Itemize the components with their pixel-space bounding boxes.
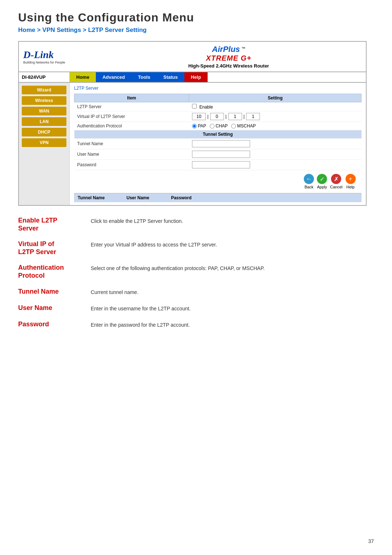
table-row: Tunnel Name (74, 139, 362, 149)
desc-row-auth: AuthenticationProtocol Select one of the… (18, 264, 374, 279)
radio-chap[interactable]: CHAP (210, 123, 228, 128)
tm-symbol: ™ (241, 46, 245, 50)
nav-advanced[interactable]: Advanced (96, 72, 131, 82)
table-row: L2TP Server Enable (74, 102, 362, 111)
settings-table: Item Setting L2TP Server Enable (74, 94, 362, 193)
l2tp-server-value: Enable (189, 102, 362, 111)
cancel-label: Cancel (330, 185, 342, 189)
xtreme-logo: XTREME G+ (96, 54, 362, 62)
desc-text-tunnel: Current tunnel name. (91, 288, 374, 296)
desc-text-enable: Click to enable the L2TP Server function… (91, 217, 374, 225)
desc-label-virtual-ip: Virtual IP ofL2TP Server (18, 240, 91, 256)
back-icon: ← (304, 174, 314, 184)
tunnel-header: Tunnel Setting (74, 130, 362, 139)
device-name-label: DI-824VUP (19, 72, 70, 82)
apply-icon: ✓ (317, 174, 327, 184)
radio-pap[interactable]: PAP (192, 123, 206, 128)
help-label: Help (346, 185, 355, 189)
back-label: Back (305, 185, 313, 189)
footer-password: Password (171, 195, 192, 200)
table-row: User Name (74, 149, 362, 160)
table-row: Authentication Protocol PAP CHAP (74, 122, 362, 130)
table-row: Virtual IP of L2TP Server | | | (74, 111, 362, 122)
user-name-input[interactable] (192, 151, 250, 158)
radio-mschap[interactable]: MSCHAP (231, 123, 256, 128)
l2tp-server-label: L2TP Server (74, 102, 189, 111)
apply-label: Apply (317, 185, 327, 189)
airplus-logo: AirPlus (212, 45, 240, 54)
back-button[interactable]: ← Back (304, 174, 314, 189)
ip-octet-1[interactable] (192, 113, 206, 120)
l2tp-enable-checkbox[interactable] (192, 104, 197, 109)
table-row: Password (74, 160, 362, 170)
main-title: Using the Configuration Menu (18, 11, 374, 24)
breadcrumb: L2TP Server (74, 86, 362, 91)
radio-mschap-input[interactable] (231, 124, 236, 128)
sidebar-btn-lan[interactable]: LAN (22, 117, 66, 126)
desc-label-enable: Enable L2TPServer (18, 217, 91, 232)
desc-text-password: Enter in the password for the L2TP accou… (91, 321, 374, 329)
description-section: Enable L2TPServer Click to enable the L2… (18, 217, 374, 329)
desc-text-auth: Select one of the following authenticati… (91, 264, 374, 272)
tunnel-name-input[interactable] (192, 140, 250, 147)
desc-text-username: Enter in the username for the L2TP accou… (91, 304, 374, 313)
dlink-tagline: Building Networks for People (23, 61, 96, 64)
tunnel-name-value (189, 139, 362, 149)
auth-protocol-label: Authentication Protocol (74, 122, 189, 130)
desc-row-password: Password Enter in the password for the L… (18, 321, 374, 329)
user-name-label: User Name (74, 149, 189, 160)
desc-label-tunnel: Tunnel Name (18, 288, 91, 296)
desc-label-auth: AuthenticationProtocol (18, 264, 91, 279)
action-buttons-row: ← Back ✓ Apply ✗ Cancel (74, 170, 362, 193)
auth-protocol-value: PAP CHAP MSCHAP (189, 122, 362, 130)
nav-home[interactable]: Home (70, 72, 96, 82)
ip-octet-3[interactable] (228, 113, 242, 120)
footer-user-name: User Name (126, 195, 149, 200)
help-icon: + (346, 174, 356, 184)
desc-text-virtual-ip: Enter your Virtual IP address to access … (91, 240, 374, 249)
model-description: High-Speed 2.4GHz Wireless Router (96, 63, 362, 69)
content-panel: L2TP Server Item Setting L2TP Server (70, 83, 366, 205)
tunnel-header-row: Tunnel Setting (74, 130, 362, 139)
sidebar: Wizard Wireless WAN LAN DHCP VPN (19, 83, 70, 205)
sidebar-btn-wireless[interactable]: Wireless (22, 96, 66, 105)
virtual-ip-label: Virtual IP of L2TP Server (74, 111, 189, 122)
user-name-value (189, 149, 362, 160)
ip-octet-2[interactable] (210, 113, 224, 120)
table-footer: Tunnel Name User Name Password (74, 193, 362, 202)
sidebar-btn-wizard[interactable]: Wizard (22, 86, 66, 94)
desc-row-username: User Name Enter in the username for the … (18, 304, 374, 313)
cancel-icon: ✗ (331, 174, 341, 184)
password-label: Password (74, 160, 189, 170)
nav-help[interactable]: Help (184, 72, 208, 82)
page-number: 37 (368, 538, 374, 544)
footer-tunnel-name: Tunnel Name (78, 195, 105, 200)
setting-col-header: Setting (189, 94, 362, 102)
password-value (189, 160, 362, 170)
nav-bar: DI-824VUP Home Advanced Tools Status Hel… (19, 72, 366, 83)
password-input[interactable] (192, 161, 250, 168)
apply-button[interactable]: ✓ Apply (317, 174, 327, 189)
virtual-ip-value: | | | (189, 111, 362, 122)
ip-octet-4[interactable] (246, 113, 260, 120)
subtitle: Home > VPN Settings > L2TP Server Settin… (18, 26, 374, 34)
dlink-logo: D-Link (23, 49, 96, 61)
enable-label: Enable (199, 105, 213, 110)
cancel-button[interactable]: ✗ Cancel (330, 174, 342, 189)
router-ui: D-Link Building Networks for People AirP… (18, 41, 367, 206)
radio-chap-input[interactable] (210, 124, 215, 128)
desc-row-tunnel: Tunnel Name Current tunnel name. (18, 288, 374, 296)
radio-pap-input[interactable] (192, 124, 197, 128)
help-button[interactable]: + Help (346, 174, 356, 189)
tunnel-name-label: Tunnel Name (74, 139, 189, 149)
sidebar-btn-wan[interactable]: WAN (22, 107, 66, 115)
desc-label-password: Password (18, 321, 91, 328)
sidebar-btn-vpn[interactable]: VPN (22, 138, 66, 147)
item-col-header: Item (74, 94, 189, 102)
desc-label-username: User Name (18, 304, 91, 312)
nav-status[interactable]: Status (157, 72, 184, 82)
desc-row-enable: Enable L2TPServer Click to enable the L2… (18, 217, 374, 232)
desc-row-virtual-ip: Virtual IP ofL2TP Server Enter your Virt… (18, 240, 374, 256)
sidebar-btn-dhcp[interactable]: DHCP (22, 128, 66, 136)
nav-tools[interactable]: Tools (131, 72, 157, 82)
